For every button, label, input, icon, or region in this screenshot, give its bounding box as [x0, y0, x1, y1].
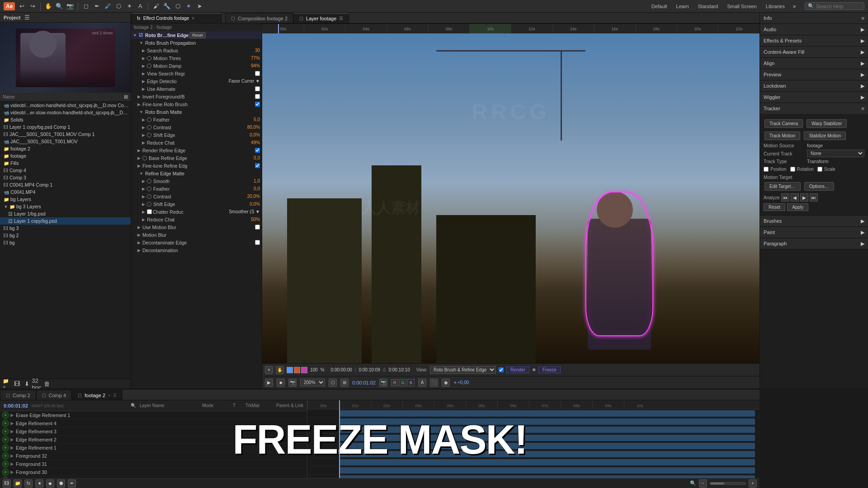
motion-damp-value[interactable]: 94% — [251, 63, 260, 68]
capture-snapshot-icon[interactable]: 📷 — [379, 379, 387, 387]
reduce-chat-row[interactable]: ▶ Reduce Chat 49% — [131, 139, 262, 146]
swatch-blue[interactable] — [287, 367, 293, 373]
freeze-button[interactable]: Freeze — [538, 366, 561, 373]
transport-stop-icon[interactable]: ■ — [277, 379, 285, 387]
finetune-refine-checkbox[interactable] — [255, 163, 260, 168]
layer-row-fg32[interactable]: ● ▶ Foreground 32 — [0, 452, 307, 460]
layer-vis-er4[interactable]: ● — [2, 420, 9, 427]
transparency-grid-btn[interactable]: ⬛ — [430, 379, 438, 387]
use-alternate-checkbox[interactable] — [255, 86, 260, 91]
tree-item-11[interactable]: 🎞 C0041.MP4 Comp 1 — [0, 181, 131, 188]
effect-reset-btn[interactable]: Reset — [189, 32, 206, 38]
search-radius-value[interactable]: 30 — [255, 48, 260, 53]
view-search-row[interactable]: ▶ View Search Regi — [131, 70, 262, 77]
layer-row-er3[interactable]: ● ▶ Edge Refinement 3 — [0, 427, 307, 436]
use-motion-blur-checkbox[interactable] — [255, 225, 260, 230]
paint-bucket-icon[interactable]: 🖌 — [152, 2, 160, 10]
motion-thres-value[interactable]: 77% — [251, 56, 260, 61]
viewer-close-btn[interactable]: × — [265, 366, 273, 374]
clone-tool-icon[interactable]: ⬡ — [114, 2, 123, 10]
zoom-tool-icon[interactable]: 🔍 — [55, 2, 63, 10]
puppet-tool-icon[interactable]: ⬡ — [174, 2, 182, 10]
reduce-chat2-row[interactable]: ▶ Reduce Chat 50% — [131, 216, 262, 223]
refine-shift-value[interactable]: 0,0% — [250, 202, 260, 206]
text-tool-icon[interactable]: A — [136, 2, 144, 10]
search-input[interactable] — [816, 4, 861, 9]
layer-row-er2[interactable]: ● ▶ Edge Refinement 2 — [0, 436, 307, 444]
use-alternate-row[interactable]: ▶ Use Alternate — [131, 85, 262, 93]
wiggler-section-header[interactable]: Wiggler ▶ — [760, 92, 868, 103]
pen-tool-icon[interactable]: ✒ — [93, 2, 101, 10]
layer-vis-erase[interactable]: ● — [2, 412, 9, 419]
layer-vis-er1[interactable]: ● — [2, 444, 9, 451]
motion-damp-row[interactable]: ▶ Motion Damp 94% — [131, 62, 262, 70]
tree-item-5[interactable]: 📹 JAC___S001_S001_T001.MOV — [0, 138, 131, 145]
delete-icon[interactable]: 🗑 — [42, 380, 51, 388]
reduce-chat-value[interactable]: 49% — [251, 140, 260, 145]
layer-row-fg31[interactable]: ● ▶ Foreground 31 — [0, 460, 307, 468]
finetune-roto-row[interactable]: ▶ Fine-tune Roto Brush — [131, 100, 262, 108]
tree-item-4[interactable]: 🎞 JAC___S001_S001_T001.MOV Comp 1 — [0, 131, 131, 138]
transport-camera-icon[interactable]: 📷 — [288, 379, 297, 387]
tree-item-7[interactable]: 📁 footage — [0, 152, 131, 160]
analyze-forward-last-btn[interactable]: ⏭ — [810, 193, 818, 202]
scale-checkbox[interactable] — [817, 167, 822, 172]
edge-detection-row[interactable]: ▶ Edge Detectio Favor Currer ▼ — [131, 77, 262, 85]
tree-item-2[interactable]: 📁 Solids — [0, 116, 131, 123]
swatch-red[interactable] — [294, 367, 300, 373]
layer-row-fg30[interactable]: ● ▶ Foreground 30 — [0, 468, 307, 476]
effect-main-header[interactable]: ▼ ☑ Roto Br…fine Edge Reset — [131, 31, 262, 39]
contrast-row[interactable]: ▶ Contrast 80,0% — [131, 123, 262, 131]
chatter-checkbox[interactable] — [147, 209, 152, 214]
analyze-back-btn[interactable]: ◀ — [791, 193, 799, 202]
refine-feather-value[interactable]: 0,0 — [254, 186, 260, 191]
tree-item-17[interactable]: 🎞 bg 3 — [0, 225, 131, 232]
comp-tab-4[interactable]: ◻ Comp 4 — [36, 390, 72, 400]
contrast-value[interactable]: 80,0% — [247, 125, 260, 130]
track-motion-button[interactable]: Track Motion — [764, 131, 800, 140]
search-radius-row[interactable]: ▶ Search Radius 30 — [131, 47, 262, 54]
options-button[interactable]: Options… — [804, 182, 834, 191]
tree-item-1[interactable]: 📹 videobl…er-slow-motion-handheld-shot_s… — [0, 109, 131, 116]
viewer-tool-icon[interactable]: ✋ — [276, 366, 284, 374]
viewer-comp-tab[interactable]: ◻ Composition footage 2 — [225, 13, 293, 23]
view-select[interactable]: Roto Brush & Refine Edge — [430, 366, 496, 374]
green-channel-btn[interactable]: G — [399, 379, 406, 386]
tree-item-19[interactable]: 🎞 bg — [0, 239, 131, 246]
current-track-select[interactable]: None — [807, 150, 864, 157]
render-refine-checkbox[interactable] — [255, 148, 260, 153]
audio-section-header[interactable]: Audio ▶ — [760, 24, 868, 35]
comp-tab-footage2[interactable]: ◻ footage 2 × ☰ — [72, 390, 123, 400]
tl-layer-style-btn[interactable]: ★ — [35, 479, 43, 488]
exposure-value[interactable]: +0,00 — [458, 380, 469, 385]
import-icon[interactable]: ⬇ — [23, 380, 31, 388]
layer-row-er4[interactable]: ● ▶ Edge Refinement 4 — [0, 419, 307, 427]
decontaminate-row[interactable]: ▶ Decontaminate Edge — [131, 239, 262, 246]
swatch-purple[interactable] — [301, 367, 307, 373]
hand-tool-icon[interactable]: ✋ — [44, 2, 52, 10]
decontamination-row[interactable]: ▶ Decontamination — [131, 246, 262, 254]
tree-item-13[interactable]: 📁 bg Layers — [0, 196, 131, 203]
new-comp-icon[interactable]: 🎞 — [13, 380, 21, 388]
edit-target-button[interactable]: Edit Target… — [764, 182, 801, 191]
render-refine-row[interactable]: ▶ Render Refine Edge — [131, 146, 262, 154]
viewer-layer-tab[interactable]: ◻ Layer footage ☰ — [293, 13, 349, 23]
layer-vis-fg32[interactable]: ● — [2, 452, 9, 460]
analyze-back-first-btn[interactable]: ⏮ — [781, 193, 789, 202]
motion-blur-row[interactable]: ▶ Motion Blur — [131, 231, 262, 239]
tree-item-3[interactable]: 🎞 Layer 1 copy/bg.psd Comp 1 — [0, 123, 131, 131]
refine-feather-row[interactable]: ▶ Feather 0,0 — [131, 185, 262, 192]
transport-play-icon[interactable]: ▶ — [265, 379, 273, 387]
layer-expand-fg30[interactable]: ▶ — [10, 469, 14, 474]
workspace-small-screen[interactable]: Small Screen — [723, 3, 760, 10]
shape-tool-icon[interactable]: 🔧 — [163, 2, 171, 10]
comp-tab-2[interactable]: ◻ Comp 2 — [0, 390, 36, 400]
preview-section-header[interactable]: Preview ▶ — [760, 69, 868, 80]
project-panel-menu-icon[interactable]: ☰ — [23, 14, 31, 22]
rotation-checkbox[interactable] — [790, 167, 795, 172]
workspace-standard[interactable]: Standard — [694, 3, 722, 10]
tl-work-area-btn[interactable]: ⬟ — [57, 479, 65, 488]
search-layers-icon[interactable]: 🔍 — [131, 403, 136, 408]
brushes-section-header[interactable]: Brushes ▶ — [760, 216, 868, 226]
tree-item-14[interactable]: ▼ 📁 bg 3 Layers — [0, 203, 131, 210]
